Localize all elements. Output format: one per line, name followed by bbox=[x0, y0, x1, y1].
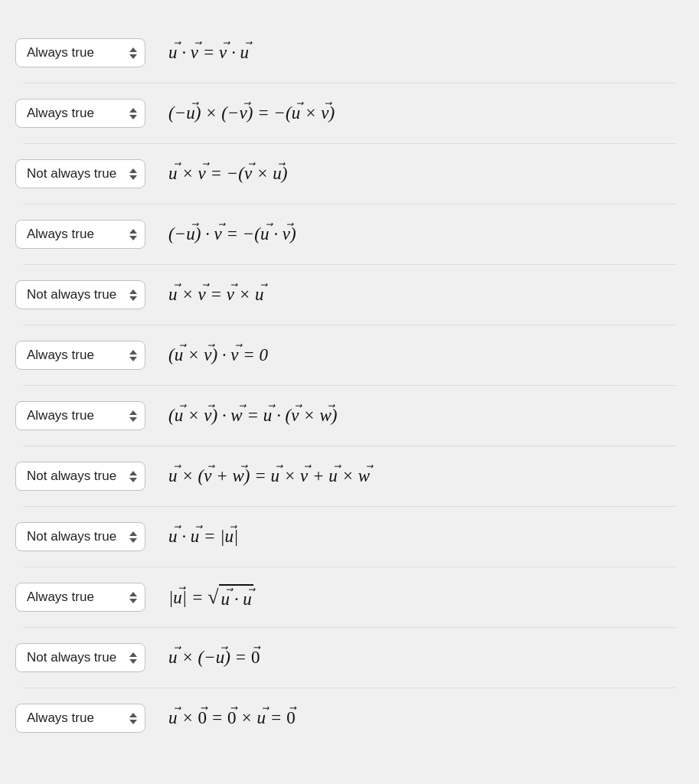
arrow-down-icon bbox=[129, 357, 137, 361]
formula-9: u · u = |u| bbox=[168, 523, 238, 551]
arrow-down-icon bbox=[129, 417, 137, 422]
row-8: Not always trueu × (v + w) = u × v + u ×… bbox=[15, 446, 684, 506]
row-3: Not always trueu × v = −(v × u) bbox=[15, 144, 684, 204]
arrow-up-icon bbox=[129, 652, 137, 657]
row-2: Always true(−u) × (−v) = −(u × v) bbox=[15, 83, 684, 143]
spinner-icon-11 bbox=[129, 652, 137, 665]
spinner-icon-2 bbox=[129, 107, 137, 120]
arrow-up-icon bbox=[129, 713, 137, 717]
formula-8: u × (v + w) = u × v + u × w bbox=[168, 462, 370, 491]
formula-2: (−u) × (−v) = −(u × v) bbox=[168, 100, 335, 128]
arrow-up-icon bbox=[129, 47, 137, 52]
dropdown-label-8: Not always true bbox=[27, 469, 125, 484]
dropdown-label-12: Always true bbox=[27, 710, 125, 726]
dropdown-label-6: Always true bbox=[27, 348, 125, 363]
spinner-icon-10 bbox=[129, 591, 137, 604]
arrow-down-icon bbox=[129, 478, 137, 482]
arrow-up-icon bbox=[129, 410, 137, 415]
dropdown-5[interactable]: Not always true bbox=[15, 280, 145, 309]
dropdown-label-10: Always true bbox=[27, 590, 125, 605]
arrow-down-icon bbox=[129, 54, 137, 59]
dropdown-3[interactable]: Not always true bbox=[15, 159, 145, 188]
formula-1: u · v = v · u bbox=[168, 39, 249, 67]
row-10: Always true|u| = √u · u bbox=[15, 567, 684, 627]
arrow-down-icon bbox=[129, 296, 137, 301]
formula-11: u × (−u) = 0 bbox=[168, 644, 260, 672]
arrow-up-icon bbox=[129, 108, 137, 113]
arrow-up-icon bbox=[129, 229, 137, 234]
row-9: Not always trueu · u = |u| bbox=[15, 507, 684, 567]
formula-10: |u| = √u · u bbox=[168, 583, 253, 612]
spinner-icon-3 bbox=[129, 168, 137, 181]
arrow-down-icon bbox=[129, 115, 137, 119]
arrow-up-icon bbox=[129, 531, 137, 536]
dropdown-label-5: Not always true bbox=[27, 287, 125, 302]
dropdown-1[interactable]: Always true bbox=[15, 38, 145, 67]
arrow-down-icon bbox=[129, 538, 137, 543]
dropdown-2[interactable]: Always true bbox=[15, 99, 145, 128]
dropdown-label-11: Not always true bbox=[27, 650, 125, 665]
arrow-up-icon bbox=[129, 471, 137, 475]
dropdown-label-4: Always true bbox=[27, 227, 125, 242]
row-6: Always true(u × v) · v = 0 bbox=[15, 325, 684, 385]
arrow-down-icon bbox=[129, 720, 137, 724]
spinner-icon-6 bbox=[129, 349, 137, 362]
dropdown-12[interactable]: Always true bbox=[15, 704, 145, 733]
dropdown-8[interactable]: Not always true bbox=[15, 462, 145, 491]
spinner-icon-9 bbox=[129, 531, 137, 544]
arrow-up-icon bbox=[129, 168, 137, 173]
spinner-icon-1 bbox=[129, 47, 137, 60]
formula-4: (−u) · v = −(u · v) bbox=[168, 220, 296, 249]
spinner-icon-5 bbox=[129, 289, 137, 302]
formula-12: u × 0 = 0 × u = 0 bbox=[168, 704, 296, 733]
arrow-up-icon bbox=[129, 592, 137, 596]
dropdown-9[interactable]: Not always true bbox=[15, 522, 145, 551]
dropdown-label-7: Always true bbox=[27, 408, 125, 423]
dropdown-label-2: Always true bbox=[27, 106, 125, 121]
row-1: Always trueu · v = v · u bbox=[15, 23, 684, 83]
formula-5: u × v = v × u bbox=[168, 281, 264, 309]
dropdown-label-9: Not always true bbox=[27, 529, 125, 544]
formula-3: u × v = −(v × u) bbox=[168, 160, 287, 188]
dropdown-4[interactable]: Always true bbox=[15, 220, 145, 249]
row-11: Not always trueu × (−u) = 0 bbox=[15, 628, 684, 688]
dropdown-label-1: Always true bbox=[27, 45, 125, 60]
dropdown-label-3: Not always true bbox=[27, 166, 125, 181]
spinner-icon-8 bbox=[129, 470, 137, 483]
row-7: Always true(u × v) · w = u · (v × w) bbox=[15, 386, 684, 446]
row-4: Always true(−u) · v = −(u · v) bbox=[15, 204, 684, 264]
dropdown-11[interactable]: Not always true bbox=[15, 643, 145, 672]
arrow-up-icon bbox=[129, 289, 137, 294]
row-5: Not always trueu × v = v × u bbox=[15, 265, 684, 325]
arrow-up-icon bbox=[129, 350, 137, 354]
main-container: Always trueu · v = v · uAlways true(−u) … bbox=[0, 15, 699, 769]
arrow-down-icon bbox=[129, 236, 137, 240]
dropdown-6[interactable]: Always true bbox=[15, 341, 145, 370]
spinner-icon-12 bbox=[129, 712, 137, 725]
arrow-down-icon bbox=[129, 175, 137, 180]
formula-6: (u × v) · v = 0 bbox=[168, 341, 268, 370]
arrow-down-icon bbox=[129, 659, 137, 664]
spinner-icon-4 bbox=[129, 228, 137, 241]
arrow-down-icon bbox=[129, 599, 137, 603]
dropdown-7[interactable]: Always true bbox=[15, 401, 145, 430]
row-12: Always trueu × 0 = 0 × u = 0 bbox=[15, 688, 684, 748]
spinner-icon-7 bbox=[129, 410, 137, 423]
formula-7: (u × v) · w = u · (v × w) bbox=[168, 402, 337, 430]
dropdown-10[interactable]: Always true bbox=[15, 583, 145, 612]
